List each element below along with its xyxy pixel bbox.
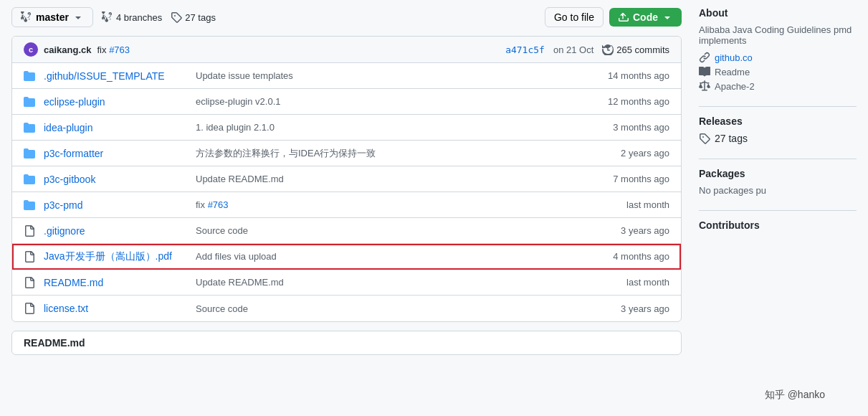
packages-title: Packages [699,168,857,179]
go-to-file-button[interactable]: Go to file [545,7,604,27]
file-commit-message: Add files via upload [196,251,568,262]
file-name[interactable]: eclipse-plugin [44,96,187,108]
file-icon [24,277,35,288]
readme-label: README.md [24,337,85,349]
file-name[interactable]: p3c-formatter [44,148,187,159]
divider-2 [699,159,857,159]
code-chevron-icon [662,11,673,23]
file-time: 12 months ago [576,96,669,107]
file-name[interactable]: Java开发手册（嵩山版）.pdf [44,250,187,263]
packages-desc: No packages pu [699,185,857,196]
commit-hash[interactable]: a471c5f [505,44,545,55]
branches-link-icon [102,11,113,23]
file-commit-message: fix #763 [196,199,568,210]
folder-icon [24,70,35,82]
branch-icon [21,11,32,23]
license-label: Apache-2 [715,81,755,92]
tag-icon [171,11,182,23]
commit-message: fix #763 [97,44,130,55]
file-name[interactable]: p3c-gitbook [44,174,187,185]
branch-button[interactable]: master [11,7,93,27]
releases-section: Releases 27 tags [699,115,857,144]
file-list: .github/ISSUE_TEMPLATEUpdate issue templ… [12,63,681,321]
readme-sidebar-label: Readme [715,67,750,77]
commit-info: c caikang.ck fix #763 [24,42,130,57]
file-row: .github/ISSUE_TEMPLATEUpdate issue templ… [12,63,681,89]
releases-title: Releases [699,115,857,127]
avatar: c [24,42,38,57]
file-time: 3 months ago [576,122,669,133]
folder-icon [24,148,35,159]
folder-icon [24,199,35,211]
tags-count: 27 tags [185,12,216,23]
file-icon [24,251,35,263]
file-time: 2 years ago [576,148,669,159]
code-button[interactable]: Code [609,8,682,27]
sidebar: About Alibaba Java Coding Guidelines pmd… [699,7,857,355]
file-row: Java开发手册（嵩山版）.pdfAdd files via upload4 m… [12,244,681,270]
commits-count: 265 commits [602,44,669,55]
contributors-section: Contributors [699,219,857,231]
file-commit-message: Update README.md [196,277,568,288]
download-icon [618,11,629,23]
file-commit-message: 1. idea plugin 2.1.0 [196,122,568,133]
branches-link[interactable]: 4 branches [102,11,162,23]
file-row: license.txtSource code3 years ago [12,296,681,321]
file-name[interactable]: idea-plugin [44,122,187,133]
file-name[interactable]: .github/ISSUE_TEMPLATE [44,70,187,82]
tags-link[interactable]: 27 tags [171,11,216,23]
file-row: .gitignoreSource code3 years ago [12,218,681,244]
folder-icon [24,174,35,185]
book-icon [699,66,710,77]
file-name[interactable]: README.md [44,277,187,288]
divider-3 [699,210,857,211]
file-name[interactable]: .gitignore [44,225,187,237]
file-commit-message: Source code [196,303,568,314]
releases-tag-icon [699,133,710,144]
folder-icon [24,96,35,108]
file-row: README.mdUpdate README.mdlast month [12,270,681,296]
file-row: eclipse-plugineclipse-plugin v2.0.112 mo… [12,89,681,115]
commit-link[interactable]: #763 [109,44,130,55]
readme-section: README.md [11,331,682,355]
repo-table: c caikang.ck fix #763 a471c5f on 21 Oct … [11,36,682,322]
commit-date: on 21 Oct [553,44,593,55]
file-commit-message: eclipse-plugin v2.0.1 [196,96,568,107]
file-name[interactable]: p3c-pmd [44,199,187,211]
about-desc: Alibaba Java Coding Guidelines pmd imple… [699,24,857,46]
file-time: 3 years ago [576,225,669,236]
file-row: p3c-formatter方法参数的注释换行，与IDEA行为保持一致2 year… [12,141,681,166]
branch-selector: master 4 branches 27 tags [11,7,216,27]
releases-tags: 27 tags [699,133,857,144]
site-link-item: github.co [699,52,857,63]
file-time: 7 months ago [576,174,669,184]
law-icon [699,80,710,92]
github-link[interactable]: github.co [715,52,753,63]
readme-link-item: Readme [699,66,857,77]
about-section: About Alibaba Java Coding Guidelines pmd… [699,7,857,92]
packages-section: Packages No packages pu [699,168,857,196]
file-time: last month [576,277,669,288]
divider-1 [699,106,857,107]
link-icon [699,52,710,63]
chevron-down-icon [72,11,84,23]
commit-meta: a471c5f on 21 Oct 265 commits [505,44,669,55]
top-actions: Go to file Code [545,7,682,27]
license-item: Apache-2 [699,80,857,92]
file-row: p3c-gitbookUpdate README.md7 months ago [12,166,681,192]
file-time: 3 years ago [576,303,669,314]
commit-ref-link[interactable]: #763 [208,199,229,210]
file-time: 14 months ago [576,70,669,81]
branches-count: 4 branches [116,12,162,23]
contributors-title: Contributors [699,219,857,231]
file-icon [24,225,35,237]
file-commit-message: Update README.md [196,174,568,184]
about-title: About [699,7,857,19]
file-commit-message: 方法参数的注释换行，与IDEA行为保持一致 [196,147,568,160]
file-commit-message: Update issue templates [196,70,568,81]
file-time: 4 months ago [576,251,669,262]
history-icon [602,44,614,55]
file-name[interactable]: license.txt [44,303,187,314]
tags-count-label: 27 tags [715,133,748,144]
repo-header: c caikang.ck fix #763 a471c5f on 21 Oct … [12,37,681,63]
